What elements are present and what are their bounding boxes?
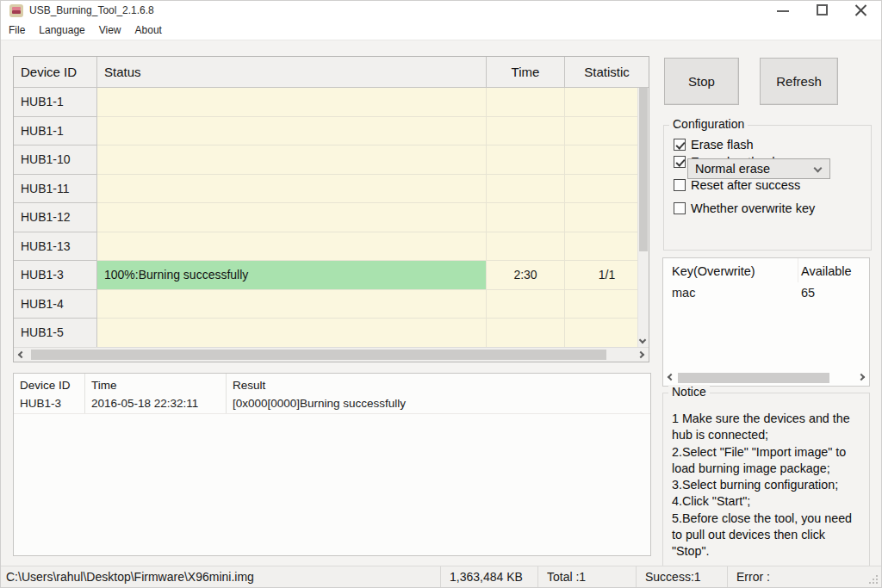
scroll-right-icon[interactable] — [858, 374, 865, 381]
statistic-cell — [565, 117, 649, 146]
scroll-left-icon[interactable] — [668, 374, 674, 381]
menu-item[interactable]: View — [99, 24, 121, 36]
table-row[interactable]: HUB1-10 — [14, 145, 649, 175]
column-header-statistic: Statistic — [565, 57, 649, 87]
time-cell: 2:30 — [487, 261, 565, 290]
stop-button[interactable]: Stop — [664, 58, 739, 105]
time-cell — [487, 117, 565, 146]
config-option-label: Reset after success — [691, 178, 800, 192]
erase-mode-value: Normal erase — [695, 162, 770, 176]
status-cell: 100%:Burning successfully — [97, 261, 487, 290]
maximize-button[interactable] — [809, 1, 835, 20]
checkbox-icon[interactable] — [674, 156, 686, 168]
device-id-cell: HUB1-3 — [14, 261, 97, 290]
config-option[interactable]: Whether overwrite key — [664, 200, 871, 217]
time-cell — [487, 175, 565, 204]
config-option[interactable]: Reset after success — [664, 176, 871, 194]
table-row[interactable]: HUB1-1 — [14, 117, 649, 146]
column-header-time: Time — [487, 57, 565, 87]
checkbox-icon[interactable] — [674, 202, 686, 214]
log-time-cell: 2016-05-18 22:32:11 — [85, 394, 227, 413]
device-table-body: HUB1-1 HUB1-1 HUB1-10 — [14, 88, 649, 348]
configuration-title: Configuration — [669, 117, 748, 131]
erase-mode-dropdown[interactable]: Normal erase — [687, 158, 830, 179]
usb-burning-tool-window: { "window": { "title": "USB_Burning_Tool… — [0, 0, 882, 588]
device-table: Device ID Status Time Statistic HUB1-1 H… — [13, 56, 649, 362]
refresh-button[interactable]: Refresh — [760, 58, 838, 105]
table-row[interactable]: HUB1-1 — [14, 88, 649, 117]
window-title: USB_Burning_Tool_2.1.6.8 — [29, 1, 154, 20]
error-count: Error : — [727, 566, 881, 587]
statistic-cell — [565, 203, 649, 232]
config-option-label: Erase flash — [691, 138, 754, 152]
column-header-device-id: Device ID — [14, 57, 97, 87]
vertical-scrollbar-thumb[interactable] — [639, 88, 648, 251]
time-cell — [487, 88, 565, 117]
notice-line: 3.Select burning configuration; — [672, 477, 865, 493]
device-id-cell: HUB1-1 — [14, 117, 97, 146]
status-bar: C:\Users\rahul\Desktop\Firmware\X96mini.… — [1, 566, 881, 587]
log-table: Device ID Time Result HUB1-3 2016-05-18 … — [13, 373, 651, 556]
config-option-label: Whether overwrite key — [691, 201, 815, 215]
menu-bar: File Language View About — [1, 20, 881, 40]
device-id-cell: HUB1-1 — [14, 88, 97, 117]
menu-item[interactable]: About — [135, 24, 162, 36]
device-id-cell: HUB1-12 — [14, 203, 97, 232]
checkbox-icon[interactable] — [674, 179, 686, 191]
notice-line: 4.Click "Start"; — [672, 493, 865, 510]
statistic-cell — [565, 232, 649, 262]
file-size: 1,363,484 KB — [440, 566, 537, 587]
title-bar: USB_Burning_Tool_2.1.6.8 — [1, 1, 881, 20]
status-cell — [97, 203, 487, 232]
horizontal-scrollbar — [14, 347, 649, 362]
table-row[interactable]: HUB1-12 — [14, 203, 649, 232]
resize-grip[interactable] — [876, 582, 878, 584]
close-button[interactable] — [848, 1, 873, 20]
device-id-cell: HUB1-13 — [14, 232, 97, 262]
menu-item[interactable]: File — [9, 24, 25, 36]
statistic-cell: 1/1 — [565, 261, 649, 290]
log-row[interactable]: HUB1-3 2016-05-18 22:32:11 [0x000[0000]B… — [14, 394, 650, 414]
table-row[interactable]: HUB1-11 — [14, 175, 649, 204]
close-icon — [854, 3, 867, 16]
device-table-header: Device ID Status Time Statistic — [14, 57, 649, 88]
time-cell — [487, 232, 565, 262]
success-count: Success:1 — [636, 566, 727, 587]
scroll-left-icon[interactable] — [18, 351, 25, 358]
status-cell — [97, 117, 487, 146]
scroll-down-icon[interactable] — [639, 337, 646, 344]
minimize-button[interactable] — [770, 1, 796, 20]
table-row[interactable]: HUB1-5 — [14, 319, 649, 348]
time-cell — [487, 290, 565, 319]
key-scrollbar-thumb[interactable] — [678, 373, 829, 383]
config-option-erase-flash[interactable]: Erase flash — [664, 136, 871, 153]
chevron-down-icon — [814, 164, 823, 173]
status-cell — [97, 290, 487, 319]
notice-title: Notice — [668, 385, 710, 399]
notice-groupbox: Notice 1 Make sure the devices and the h… — [662, 393, 870, 567]
device-id-cell: HUB1-4 — [14, 290, 97, 319]
time-cell — [487, 203, 565, 232]
key-rows: mac 65 — [663, 282, 869, 303]
menu-item[interactable]: Language — [39, 24, 84, 36]
checkbox-icon[interactable] — [674, 139, 686, 151]
key-available-cell: 65 — [798, 282, 869, 303]
vertical-scrollbar — [637, 88, 649, 348]
key-name-cell: mac — [663, 282, 798, 303]
key-row[interactable]: mac 65 — [663, 282, 869, 303]
horizontal-scrollbar-thumb[interactable] — [31, 350, 606, 360]
log-device-cell: HUB1-3 — [14, 394, 85, 413]
table-row[interactable]: HUB1-4 — [14, 290, 649, 319]
notice-line: 5.Before close the tool, you need to pul… — [672, 511, 865, 560]
table-row[interactable]: HUB1-3 100%:Burning successfully 2:30 1/… — [14, 261, 649, 290]
table-row[interactable]: HUB1-13 — [14, 232, 649, 262]
key-table-header: Key(Overwrite) Available — [663, 258, 869, 282]
log-result-cell: [0x000[0000]Burning successfully — [227, 394, 650, 413]
statistic-cell — [565, 88, 649, 117]
scroll-right-icon[interactable] — [637, 351, 644, 358]
total-count: Total :1 — [537, 566, 636, 587]
statistic-cell — [565, 145, 649, 175]
minimize-icon — [777, 10, 789, 12]
column-header-status: Status — [97, 57, 487, 87]
available-column-header: Available — [798, 258, 869, 282]
